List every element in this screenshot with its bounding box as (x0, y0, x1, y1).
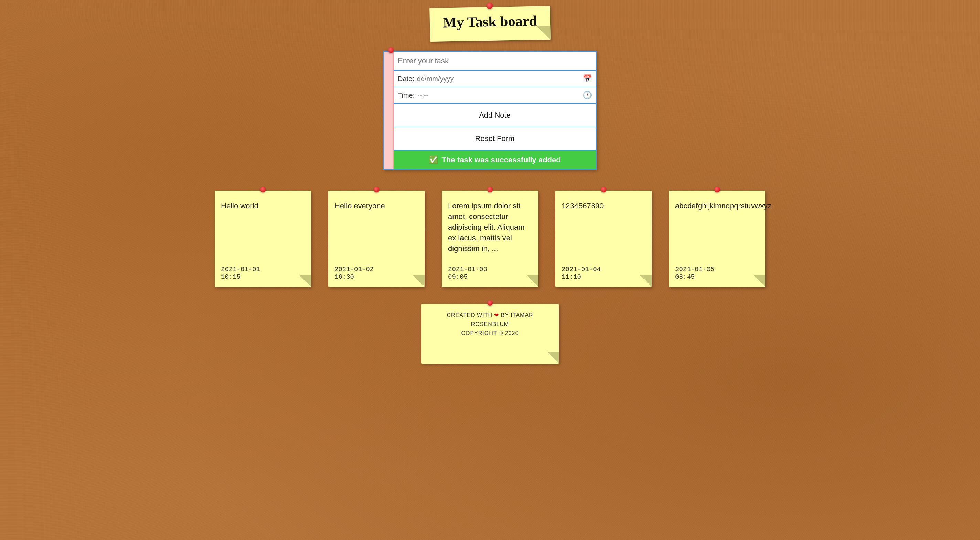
footer-icons (430, 342, 550, 353)
note-pin-3 (487, 187, 493, 192)
note-datetime-3: 2021-01-0309:05 (448, 265, 532, 281)
note-content-4: 1234567890 (562, 201, 646, 259)
task-input[interactable] (398, 55, 592, 67)
add-button-row: Add Note (394, 104, 596, 127)
sticky-note-3: Lorem ipsum dolor sit amet, consectetur … (442, 191, 538, 287)
title-note: My Task board (430, 6, 550, 41)
note-datetime-4: 2021-01-0411:10 (562, 265, 646, 281)
form-left-bar (384, 52, 394, 169)
note-pin-4 (601, 187, 606, 192)
date-row: Date: 📅 (394, 71, 596, 87)
sticky-note-5: abcdefghijklmnopqrstuvwxyz 2021-01-0508:… (669, 191, 765, 287)
footer-heart: ❤ (494, 312, 499, 318)
date-label: Date: (398, 75, 414, 83)
reset-button-row: Reset Form (394, 127, 596, 151)
task-form: Date: 📅 Time: 🕐 Add Note Reset Form ✅ Th (383, 51, 597, 170)
success-message: The task was successfully added (441, 156, 560, 164)
note-pin-1 (260, 187, 266, 192)
sticky-note-1: Hello world 2021-01-0110:15 (215, 191, 311, 287)
calendar-icon: 📅 (582, 74, 592, 83)
footer-credit-line1: CREATED WITH ❤ BY ITAMAR ROSENBLUM (447, 312, 533, 327)
note-datetime-2: 2021-01-0216:30 (334, 265, 418, 281)
date-input[interactable] (417, 75, 582, 83)
success-icon: ✅ (429, 156, 438, 164)
note-content-1: Hello world (221, 201, 305, 259)
note-datetime-5: 2021-01-0508:45 (675, 265, 759, 281)
clock-icon: 🕐 (582, 91, 592, 100)
sticky-note-2: Hello everyone 2021-01-0216:30 (328, 191, 425, 287)
success-bar: ✅ The task was successfully added (394, 151, 596, 169)
footer-copyright: COPYRIGHT © 2020 (461, 330, 519, 336)
note-content-2: Hello everyone (334, 201, 418, 259)
note-pin-5 (714, 187, 720, 192)
page-wrapper: My Task board Date: 📅 Time: 🕐 (0, 0, 980, 540)
note-content-3: Lorem ipsum dolor sit amet, consectetur … (448, 201, 532, 259)
reset-form-button[interactable]: Reset Form (398, 132, 592, 146)
note-pin-2 (374, 187, 379, 192)
page-title: My Task board (440, 12, 540, 31)
time-input[interactable] (417, 92, 582, 99)
time-label: Time: (398, 92, 415, 99)
title-pin (487, 3, 493, 9)
time-row: Time: 🕐 (394, 87, 596, 104)
form-inner: Date: 📅 Time: 🕐 Add Note Reset Form ✅ Th (394, 52, 596, 169)
footer-pin (487, 300, 493, 306)
footer-credit: CREATED WITH ❤ BY ITAMAR ROSENBLUM COPYR… (430, 311, 550, 337)
note-content-5: abcdefghijklmnopqrstuvwxyz (675, 201, 759, 259)
footer-note: CREATED WITH ❤ BY ITAMAR ROSENBLUM COPYR… (421, 304, 559, 364)
sticky-note-4: 1234567890 2021-01-0411:10 (555, 191, 652, 287)
task-input-row (394, 52, 596, 71)
notes-area: Hello world 2021-01-0110:15 Hello everyo… (0, 191, 980, 287)
add-note-button[interactable]: Add Note (398, 108, 592, 122)
note-datetime-1: 2021-01-0110:15 (221, 265, 305, 281)
